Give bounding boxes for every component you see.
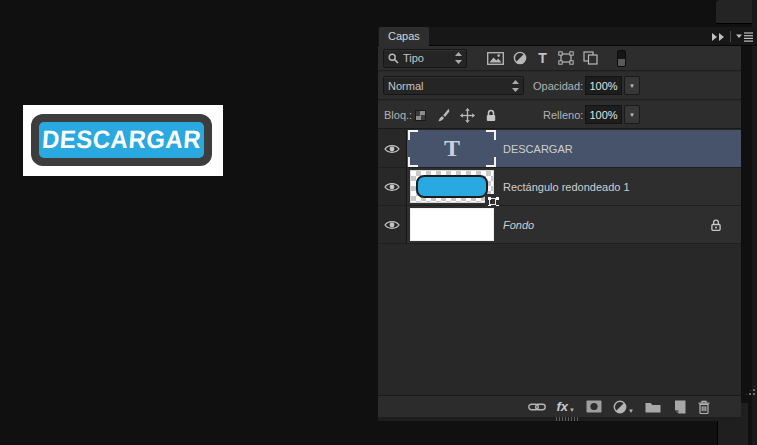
- background-layer-thumbnail[interactable]: [410, 208, 494, 241]
- opacity-dropdown-arrow[interactable]: ▼: [624, 76, 640, 95]
- layer-filter-row: Tipo: [378, 46, 741, 71]
- descargar-button-text: DESCARGAR: [41, 125, 202, 154]
- layer-name: Rectángulo redondeado 1: [503, 181, 630, 193]
- shape-layer-thumbnail[interactable]: [410, 170, 494, 203]
- filter-kind-select[interactable]: Tipo: [383, 49, 467, 68]
- adjustment-layers-filter-icon[interactable]: [513, 51, 527, 65]
- fill-value[interactable]: 100%: [585, 105, 622, 124]
- visibility-toggle[interactable]: [378, 168, 407, 205]
- svg-text:T: T: [538, 51, 547, 65]
- blend-mode-row: Normal Opacidad: 100% ▼: [378, 72, 741, 100]
- eye-icon: [384, 143, 400, 155]
- fx-caret-icon: ▼: [569, 407, 575, 413]
- collapse-panels-icon[interactable]: [712, 33, 725, 41]
- blend-mode-select[interactable]: Normal: [383, 76, 524, 95]
- smart-object-filter-icon[interactable]: [583, 51, 598, 65]
- descargar-button-inner: DESCARGAR: [39, 122, 204, 158]
- new-layer-icon[interactable]: [672, 400, 686, 414]
- panel-menu-icon[interactable]: [736, 32, 753, 42]
- lock-transparency-icon[interactable]: [415, 110, 426, 121]
- header-separator: [730, 31, 731, 42]
- select-spinner-icon: [455, 52, 462, 64]
- new-group-icon[interactable]: [645, 401, 661, 413]
- visibility-toggle[interactable]: [378, 130, 407, 167]
- layer-name: DESCARGAR: [503, 143, 573, 155]
- link-layers-icon[interactable]: [528, 402, 546, 412]
- layers-panel: Capas: [378, 27, 757, 402]
- tab-capas-label: Capas: [388, 30, 420, 42]
- layers-panel-body: Tipo: [378, 46, 741, 402]
- selection-bracket: [486, 157, 496, 167]
- fill-dropdown-arrow[interactable]: ▼: [624, 105, 640, 124]
- select-spinner-icon: [512, 80, 519, 92]
- selection-bracket: [408, 130, 418, 140]
- layer-row-descargar[interactable]: T DESCARGAR: [378, 130, 741, 168]
- selection-bracket: [408, 157, 418, 167]
- document-canvas[interactable]: DESCARGAR: [23, 105, 223, 176]
- lock-paint-brush-icon[interactable]: [436, 108, 450, 122]
- panel-resize-grip[interactable]: [556, 417, 578, 421]
- lock-label: Bloq.:: [384, 109, 412, 121]
- photoshop-workspace: DESCARGAR Capas: [0, 0, 757, 445]
- opacity-value[interactable]: 100%: [585, 76, 622, 95]
- new-adjustment-layer-icon[interactable]: ▼: [613, 400, 634, 414]
- filter-kind-value: Tipo: [403, 52, 424, 64]
- type-layer-thumbnail[interactable]: T: [410, 132, 494, 165]
- background-panel-tab: [716, 0, 757, 24]
- lock-all-icon[interactable]: [485, 109, 497, 122]
- layers-footer-toolbar: fx ▼ ▼: [378, 395, 741, 417]
- opacity-label: Opacidad:: [533, 80, 583, 92]
- type-thumbnail-glyph: T: [444, 135, 460, 162]
- tab-capas[interactable]: Capas: [379, 27, 429, 46]
- search-icon: [388, 53, 399, 64]
- fill-label: Relleno:: [543, 109, 583, 121]
- panel-bottom-edge: [378, 417, 741, 421]
- blue-rounded-rect-preview: [416, 175, 488, 198]
- layers-panel-header: Capas: [378, 27, 757, 46]
- layer-styles-fx-icon[interactable]: fx ▼: [557, 401, 576, 413]
- filter-toggle-switch[interactable]: [617, 50, 626, 67]
- lock-position-icon[interactable]: [460, 108, 475, 123]
- blend-mode-value: Normal: [388, 80, 423, 92]
- layer-lock-icon: [710, 218, 722, 231]
- lock-row: Bloq.:: [378, 101, 741, 129]
- add-layer-mask-icon[interactable]: [586, 400, 602, 413]
- adjustment-caret-icon: ▼: [628, 408, 634, 414]
- fx-label: fx: [557, 401, 569, 413]
- layer-row-rectangulo[interactable]: Rectángulo redondeado 1: [378, 168, 741, 206]
- eye-icon: [384, 219, 400, 231]
- delete-layer-icon[interactable]: [697, 400, 711, 414]
- type-layers-filter-icon[interactable]: T: [536, 51, 549, 65]
- pixel-layers-filter-icon[interactable]: [487, 52, 504, 65]
- layer-row-fondo[interactable]: Fondo: [378, 206, 741, 244]
- shape-layers-filter-icon[interactable]: [558, 51, 574, 65]
- eye-icon: [384, 181, 400, 193]
- layer-name: Fondo: [503, 219, 534, 231]
- visibility-toggle[interactable]: [378, 206, 407, 243]
- selection-bracket: [486, 130, 496, 140]
- layers-list: T DESCARGAR: [378, 130, 741, 244]
- descargar-button-artwork: DESCARGAR: [31, 114, 212, 166]
